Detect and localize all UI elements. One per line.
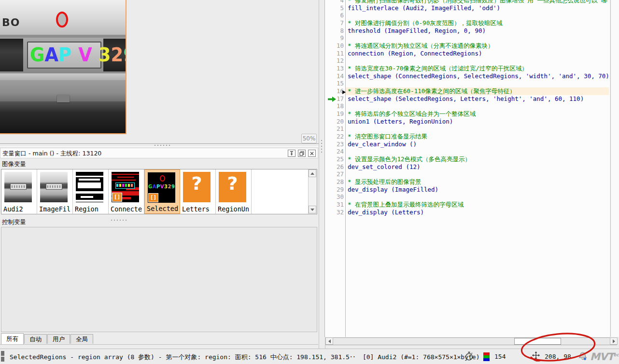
variable-thumbnail[interactable] <box>76 172 103 202</box>
caret-mark <box>342 90 346 94</box>
code-line-30[interactable]: 30 <box>325 193 610 201</box>
pin-icon[interactable] <box>288 150 295 157</box>
code-line-32[interactable]: 32dev_display (Letters) <box>325 209 610 216</box>
variable-thumbnail[interactable]: [] <box>112 172 139 202</box>
image-variable-Audi2[interactable]: Audi2 <box>1 169 37 214</box>
scroll-down-icon[interactable] <box>309 206 316 213</box>
image-variable-Connecte[interactable]: []Connecte <box>109 169 144 214</box>
image-variable-Selected[interactable]: GAPV329[]Selected <box>144 169 180 214</box>
code-line-10[interactable]: 10* 将连通区域分割为独立区域（分离不连通的像素块） <box>325 42 610 50</box>
line-number: 14 <box>325 72 344 80</box>
tab-用户[interactable]: 用户 <box>47 334 70 344</box>
code-line-25[interactable]: 25* 设置显示颜色为12色模式（多色高亮显示） <box>325 155 610 163</box>
variable-thumbnail[interactable]: ? <box>183 172 211 202</box>
code-line-19[interactable]: 19* 将筛选后的多个独立区域合并为一个整体区域 <box>325 110 610 118</box>
line-text: select_shape (ConnectedRegions, Selected… <box>348 72 609 80</box>
line-number: 27 <box>325 170 344 178</box>
image-variable-RegionUn[interactable]: ?RegionUn <box>216 169 252 214</box>
scroll-up-icon[interactable] <box>309 169 316 177</box>
rgb-color-icon <box>483 352 490 361</box>
code-line-5[interactable]: 5fill_interlace (Audi2, ImageFilled, 'od… <box>325 4 610 12</box>
code-line-12[interactable]: 12 <box>325 57 610 65</box>
code-line-6[interactable]: 6 <box>325 12 610 19</box>
line-number: 23 <box>325 140 344 148</box>
code-line-23[interactable]: 23dev_clear_window () <box>325 140 610 148</box>
code-line-29[interactable]: 29dev_display (ImageFilled) <box>325 186 610 194</box>
image-variable-ImageFil[interactable]: ImageFil <box>37 169 73 214</box>
line-number: 18 <box>325 102 344 110</box>
variable-window: 变量窗口 - main () - 主线程: 13120 图像变量 Audi2Im… <box>0 146 319 344</box>
variables-splitter-handle[interactable] <box>110 219 127 221</box>
vertical-splitter-handle[interactable] <box>321 139 323 154</box>
line-number: 10 <box>325 42 344 50</box>
code-line-18[interactable]: 18 <box>325 102 610 110</box>
bell-icon[interactable] <box>578 351 587 361</box>
code-line-24[interactable]: 24 <box>325 148 610 155</box>
code-line-26[interactable]: 26dev_set_colored (12) <box>325 163 610 171</box>
code-line-17[interactable]: 17select_shape (SelectedRegions, Letters… <box>325 95 610 103</box>
variable-name-label: Selected <box>147 205 178 212</box>
control-variables-label: 控制变量 <box>2 218 26 226</box>
code-line-27[interactable]: 27 <box>325 170 610 178</box>
variable-thumbnail[interactable] <box>40 172 68 202</box>
code-line-4[interactable]: 4* 修复隔行扫描图像的奇数行伪影（消除交错扫描效应）图像增强 用 一些其他怎么… <box>325 0 610 4</box>
image-variable-Letters[interactable]: ?Letters <box>180 169 216 214</box>
tab-全局[interactable]: 全局 <box>70 334 93 344</box>
line-text: threshold (ImageFilled, Region, 0, 90) <box>348 27 486 35</box>
line-number: 4 <box>325 0 344 4</box>
code-line-21[interactable]: 21 <box>325 125 610 133</box>
editor-horizontal-scrollbar[interactable] <box>325 337 617 345</box>
zoom-level-badge: 50% <box>301 134 317 143</box>
program-editor[interactable]: 4* 修复隔行扫描图像的奇数行伪影（消除交错扫描效应）图像增强 用 一些其他怎么… <box>324 0 610 337</box>
code-line-20[interactable]: 20union1 (Letters, RegionUnion) <box>325 118 610 126</box>
restore-icon[interactable] <box>298 150 306 157</box>
variable-thumbnail[interactable] <box>4 172 32 202</box>
hdevelop-window: BO GAPV329 50% 变量窗口 - main () - 主线程: 131… <box>0 0 619 364</box>
editor-vertical-scrollbar[interactable] <box>610 0 619 337</box>
line-number: 5 <box>325 4 344 12</box>
plate-letter: P <box>58 45 71 64</box>
code-line-16[interactable]: 16* 进一步筛选高度在60-110像素之间的区域（聚焦字母特征） <box>325 87 610 95</box>
line-text: * 将连通区域分割为独立区域（分离不连通的像素块） <box>348 42 494 50</box>
hscroll-thumb[interactable] <box>514 338 561 345</box>
code-line-13[interactable]: 13* 筛选宽度在30-70像素之间的区域（过滤过宽/过窄的干扰区域） <box>325 65 610 72</box>
variable-thumbnail[interactable]: ? <box>219 172 246 202</box>
line-text: * 筛选宽度在30-70像素之间的区域（过滤过宽/过窄的干扰区域） <box>348 65 528 72</box>
plate-letters-overlay: GAPV329 <box>30 43 98 66</box>
tab-自动[interactable]: 自动 <box>24 334 47 344</box>
line-text: dev_display (Letters) <box>348 209 424 216</box>
code-line-14[interactable]: 14select_shape (ConnectedRegions, Select… <box>325 72 610 80</box>
tab-所有[interactable]: 所有 <box>1 333 24 344</box>
image-variable-Region[interactable]: Region <box>73 169 109 214</box>
line-text: * 设置显示颜色为12色模式（多色高亮显示） <box>348 155 471 163</box>
code-line-15[interactable]: 15 <box>325 80 610 87</box>
line-number: 30 <box>325 193 344 201</box>
variable-name-label: Region <box>75 205 98 213</box>
variable-window-titlebar[interactable]: 变量窗口 - main () - 主线程: 13120 <box>0 148 318 158</box>
car-model-text: BO <box>2 16 20 28</box>
code-line-31[interactable]: 31* 在背景图上叠加显示最终筛选的字母区域 <box>325 201 610 209</box>
code-line-9[interactable]: 9 <box>325 34 610 42</box>
code-line-7[interactable]: 7* 对图像进行阈值分割（0-90灰度范围），提取较暗区域 <box>325 19 610 27</box>
line-number: 6 <box>325 12 344 19</box>
variable-thumbnail[interactable]: GAPV329[] <box>148 172 175 203</box>
scroll-right-icon[interactable] <box>610 337 618 345</box>
line-number: 11 <box>325 50 344 57</box>
code-line-8[interactable]: 8threshold (ImageFilled, Region, 0, 90) <box>325 27 610 35</box>
plate-letter: G <box>30 45 44 64</box>
control-variables-list[interactable] <box>1 227 317 332</box>
graphics-window-image[interactable]: BO GAPV329 <box>0 0 127 134</box>
line-number: 31 <box>325 201 344 209</box>
line-number: 28 <box>325 178 344 186</box>
image-variables-scrollbar[interactable] <box>308 169 317 214</box>
line-number: 7 <box>325 19 344 27</box>
line-number: 22 <box>325 133 344 140</box>
code-line-11[interactable]: 11connection (Region, ConnectedRegions) <box>325 50 610 57</box>
code-line-22[interactable]: 22* 清空图形窗口准备显示结果 <box>325 133 610 140</box>
scroll-left-icon[interactable] <box>325 337 333 345</box>
code-line-28[interactable]: 28* 显示预处理后的图像背景 <box>325 178 610 186</box>
line-text: * 将筛选后的多个独立区域合并为一个整体区域 <box>348 110 476 118</box>
line-text: dev_clear_window () <box>348 140 417 148</box>
close-icon[interactable] <box>308 150 316 157</box>
line-text: union1 (Letters, RegionUnion) <box>348 118 453 126</box>
